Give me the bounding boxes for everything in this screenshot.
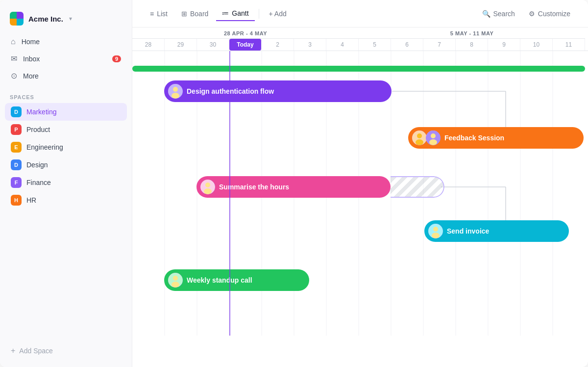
week2-days-row: 5 6 7 8 9 10 11 xyxy=(359,39,585,51)
day-8: 8 xyxy=(456,39,488,51)
space-item-design[interactable]: D Design xyxy=(5,156,127,174)
list-icon: ≡ xyxy=(150,10,154,18)
avatar-auth-flow xyxy=(168,84,183,99)
space-item-engineering[interactable]: E Engineering xyxy=(5,138,127,156)
bar-summarise[interactable]: Summarise the hours xyxy=(196,176,391,198)
add-label: + Add xyxy=(269,10,287,18)
day-7: 7 xyxy=(423,39,456,51)
day-9: 9 xyxy=(488,39,520,51)
space-dot-marketing: D xyxy=(11,106,22,117)
nav-label-inbox: Inbox xyxy=(23,55,40,63)
space-label-finance: Finance xyxy=(26,179,51,186)
list-label: List xyxy=(157,10,168,18)
brand-chevron-icon: ▾ xyxy=(69,15,72,22)
brand-logo-area[interactable]: Acme Inc. ▾ xyxy=(0,8,132,33)
avatar-invoice xyxy=(428,224,443,238)
svg-point-31 xyxy=(433,227,438,232)
avatar-summarise xyxy=(200,180,215,194)
week-label-1: 28 APR - 4 MAY xyxy=(132,27,359,39)
gantt-container[interactable]: 28 APR - 4 MAY 28 29 30 Today 2 3 4 5 MA… xyxy=(132,27,588,367)
bar-standup-label: Weekly standup call xyxy=(187,276,252,284)
search-icon: 🔍 xyxy=(482,10,490,18)
avatar-standup xyxy=(168,273,183,288)
svg-point-26 xyxy=(429,139,437,145)
brand-icon xyxy=(10,12,24,26)
bar-feedback-label: Feedback Session xyxy=(444,134,504,142)
space-label-hr: HR xyxy=(26,196,36,204)
space-item-finance[interactable]: F Finance xyxy=(5,174,127,191)
day-1-today: Today xyxy=(229,39,262,51)
svg-point-19 xyxy=(173,87,178,92)
svg-point-29 xyxy=(204,188,212,194)
add-space-button[interactable]: + Add Space xyxy=(0,342,132,359)
week1-days-row: 28 29 30 Today 2 3 4 xyxy=(132,39,359,51)
space-dot-product: P xyxy=(11,124,22,135)
inbox-badge: 9 xyxy=(112,55,121,62)
space-dot-design: D xyxy=(11,159,22,170)
day-10: 10 xyxy=(520,39,553,51)
search-label: Search xyxy=(493,10,515,18)
board-icon: ⊞ xyxy=(181,10,187,18)
bar-standup[interactable]: Weekly standup call xyxy=(164,269,309,291)
svg-point-25 xyxy=(431,133,436,138)
hatch-extension xyxy=(391,176,444,198)
sidebar-nav: ⌂ Home ✉ Inbox 9 ⊙ More xyxy=(0,33,132,84)
board-label: Board xyxy=(190,10,208,18)
nav-item-more[interactable]: ⊙ More xyxy=(5,67,127,84)
toolbar-divider xyxy=(259,9,259,19)
day-11: 11 xyxy=(553,39,585,51)
search-button[interactable]: 🔍 Search xyxy=(476,7,521,21)
nav-label-more: More xyxy=(23,72,39,80)
toolbar: ≡ List ⊞ Board ≔ Gantt + Add 🔍 Search ⚙ xyxy=(132,0,588,27)
avatar-feedback xyxy=(412,131,427,145)
day-3: 3 xyxy=(294,39,326,51)
week-label-2: 5 MAY - 11 MAY xyxy=(359,27,585,39)
svg-point-28 xyxy=(205,183,210,187)
view-list-button[interactable]: ≡ List xyxy=(144,7,173,21)
space-label-design: Design xyxy=(26,161,48,169)
customize-label: Customize xyxy=(538,10,570,18)
day-5: 5 xyxy=(359,39,391,51)
gantt-body: Design authentication flow xyxy=(132,51,588,336)
bar-auth-flow[interactable]: Design authentication flow xyxy=(164,80,392,102)
week-group-2: 5 MAY - 11 MAY 5 6 7 8 9 10 11 xyxy=(359,27,585,51)
add-space-plus-icon: + xyxy=(11,346,15,355)
bar-auth-flow-label: Design authentication flow xyxy=(187,87,274,95)
green-progress-bar xyxy=(132,66,585,72)
space-dot-engineering: E xyxy=(11,142,22,153)
avatar-feedback-2 xyxy=(426,131,441,145)
bar-invoice-label: Send invoice xyxy=(447,227,489,235)
space-item-product[interactable]: P Product xyxy=(5,121,127,138)
day-28: 28 xyxy=(132,39,165,51)
today-line xyxy=(229,51,230,336)
brand-name: Acme Inc. xyxy=(28,15,63,23)
nav-item-inbox[interactable]: ✉ Inbox 9 xyxy=(5,50,127,67)
space-dot-finance: F xyxy=(11,177,22,188)
main-area: ≡ List ⊞ Board ≔ Gantt + Add 🔍 Search ⚙ xyxy=(132,0,588,367)
spaces-list: D Marketing P Product E Engineering D De… xyxy=(0,103,132,342)
svg-point-23 xyxy=(416,139,423,145)
inbox-icon: ✉ xyxy=(11,54,17,63)
view-board-button[interactable]: ⊞ Board xyxy=(175,7,214,21)
space-item-hr[interactable]: H HR xyxy=(5,191,127,209)
svg-point-35 xyxy=(172,282,179,288)
customize-button[interactable]: ⚙ Customize xyxy=(523,7,576,21)
svg-point-20 xyxy=(172,93,179,99)
bar-feedback[interactable]: Feedback Session xyxy=(408,127,584,149)
nav-label-home: Home xyxy=(22,38,40,46)
day-29: 29 xyxy=(165,39,197,51)
sidebar: Acme Inc. ▾ ⌂ Home ✉ Inbox 9 ⊙ More Spac… xyxy=(0,0,132,367)
day-6: 6 xyxy=(391,39,423,51)
week-group-1: 28 APR - 4 MAY 28 29 30 Today 2 3 4 xyxy=(132,27,359,51)
space-item-marketing[interactable]: D Marketing xyxy=(5,103,127,121)
bar-invoice[interactable]: Send invoice xyxy=(424,220,569,242)
gantt-header: 28 APR - 4 MAY 28 29 30 Today 2 3 4 5 MA… xyxy=(132,27,588,51)
add-space-label: Add Space xyxy=(19,347,53,355)
day-2: 2 xyxy=(262,39,294,51)
svg-point-22 xyxy=(417,133,422,138)
add-button[interactable]: + Add xyxy=(263,7,293,21)
gantt-label: Gantt xyxy=(232,9,248,17)
spaces-section-label: Spaces xyxy=(0,88,132,103)
view-gantt-button[interactable]: ≔ Gantt xyxy=(216,6,254,21)
nav-item-home[interactable]: ⌂ Home xyxy=(5,33,127,50)
